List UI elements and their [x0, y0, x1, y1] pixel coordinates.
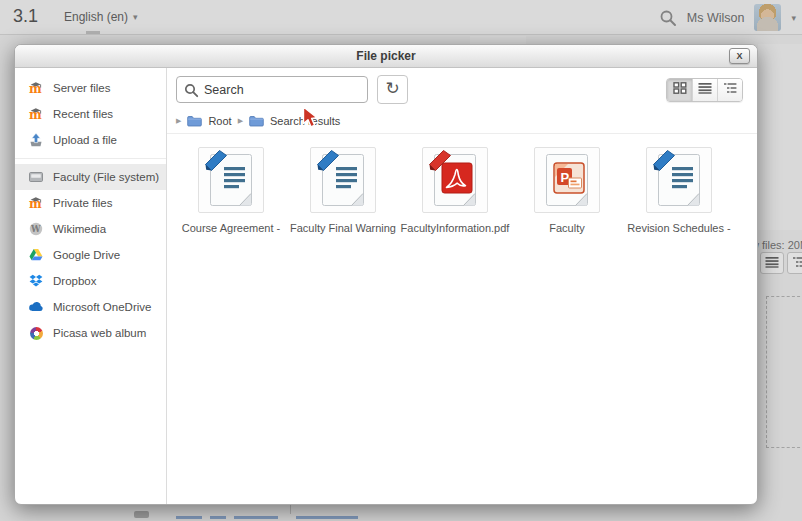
background-fragment	[290, 505, 291, 514]
file-name: Revision Schedules -	[627, 222, 730, 234]
sidebar-item-label: Recent files	[53, 108, 113, 120]
background-fragment	[86, 31, 100, 34]
icons-view-icon	[673, 82, 687, 97]
background-drop-area	[766, 296, 802, 448]
file-name: FacultyInformation.pdf	[401, 222, 510, 234]
wikimedia-icon: W	[28, 221, 44, 237]
list-view-icon	[765, 254, 779, 272]
background-fragment	[176, 516, 202, 519]
folder-icon	[249, 115, 264, 127]
list-view-icon	[698, 82, 712, 97]
search-icon[interactable]	[659, 9, 677, 27]
background-fragment	[134, 511, 149, 518]
file-item[interactable]: FacultyInformation.pdf	[399, 147, 511, 234]
refresh-button[interactable]: ↻	[377, 75, 408, 104]
background-fragment	[210, 516, 226, 519]
folder-icon	[187, 115, 202, 127]
sidebar-item-label: Server files	[53, 82, 111, 94]
sidebar-item-label: Picasa web album	[53, 327, 146, 339]
tree-view-icon	[723, 82, 737, 97]
file-grid: Course Agreement - Faculty Final Warning…	[167, 134, 757, 234]
search-input[interactable]	[177, 77, 367, 102]
moodle-icon: m	[28, 106, 44, 122]
sidebar-item-label: Private files	[53, 197, 112, 209]
sidebar-item-picasa-web-album[interactable]: Picasa web album	[15, 320, 166, 346]
file-name: Faculty Final Warning	[290, 222, 396, 234]
breadcrumb-arrow-icon: ▶	[238, 117, 243, 125]
file-name: Faculty	[549, 222, 584, 234]
pdf-file-icon	[422, 147, 488, 213]
file-item[interactable]: P Faculty	[511, 147, 623, 234]
view-toggle-group	[666, 78, 743, 102]
breadcrumb-item[interactable]: Root	[208, 115, 231, 127]
upload-icon	[28, 132, 44, 148]
file-picker-main: ↻ ▶ Root▶ Search results Course Agr	[167, 68, 757, 504]
view-list-button[interactable]	[692, 79, 717, 101]
background-form-area	[758, 44, 802, 230]
moodle-icon: m	[28, 195, 44, 211]
breadcrumb-arrow-icon: ▶	[176, 117, 181, 125]
file-item[interactable]: Revision Schedules -	[623, 147, 735, 234]
sidebar-item-microsoft-onedrive[interactable]: Microsoft OneDrive	[15, 294, 166, 320]
dialog-title: File picker	[356, 49, 415, 63]
sidebar-item-faculty-file-system[interactable]: Faculty (File system)	[15, 164, 166, 190]
sidebar-item-label: Google Drive	[53, 249, 120, 261]
chevron-down-icon[interactable]: ▾	[791, 13, 796, 23]
sidebar-item-upload-a-file[interactable]: Upload a file	[15, 127, 166, 153]
sidebar-item-server-files[interactable]: m Server files	[15, 75, 166, 101]
moodle-icon: m	[28, 80, 44, 96]
background-fragment	[234, 516, 278, 519]
sidebar-item-recent-files[interactable]: m Recent files	[15, 101, 166, 127]
doc-file-icon	[310, 147, 376, 213]
refresh-icon: ↻	[385, 78, 399, 99]
language-menu[interactable]: English (en) ▾	[64, 10, 138, 24]
doc-file-icon	[646, 147, 712, 213]
onedrive-icon	[28, 299, 44, 315]
view-icons-button[interactable]	[667, 79, 692, 101]
background-max-size-text: w files: 20MB	[751, 239, 802, 251]
sidebar-item-dropbox[interactable]: Dropbox	[15, 268, 166, 294]
view-tree-button[interactable]	[717, 79, 742, 101]
sidebar-item-private-files[interactable]: m Private files	[15, 190, 166, 216]
dropbox-icon	[28, 273, 44, 289]
filesystem-icon	[28, 169, 44, 185]
background-fragment	[470, 36, 526, 44]
dialog-titlebar[interactable]: File picker X	[15, 45, 757, 68]
top-navbar: 3.1 English (en) ▾ Ms Wilson ▾	[0, 0, 802, 35]
googledrive-icon	[28, 247, 44, 263]
background-view-tree-button[interactable]	[787, 252, 802, 274]
ppt-file-icon: P	[534, 147, 600, 213]
file-picker-toolbar: ↻	[167, 68, 757, 109]
file-name: Course Agreement -	[182, 222, 280, 234]
repository-list: m Server files m Recent files Upload a f…	[15, 68, 167, 504]
sidebar-item-label: Upload a file	[53, 134, 117, 146]
sidebar-divider	[15, 158, 166, 159]
sidebar-item-label: Dropbox	[53, 275, 96, 287]
breadcrumb: ▶ Root▶ Search results	[167, 109, 757, 134]
breadcrumb-item[interactable]: Search results	[270, 115, 340, 127]
dialog-body: m Server files m Recent files Upload a f…	[15, 68, 757, 504]
search-box	[176, 76, 368, 103]
background-fragment	[296, 516, 358, 519]
topbar-user-area: Ms Wilson ▾	[659, 0, 796, 35]
chevron-down-icon: ▾	[133, 12, 138, 22]
sidebar-item-label: Wikimedia	[53, 223, 106, 235]
sidebar-item-label: Faculty (File system)	[53, 171, 159, 183]
tree-view-icon	[792, 254, 802, 272]
background-view-list-button[interactable]	[760, 252, 784, 274]
file-picker-dialog: File picker X m Server files m Recent fi…	[14, 44, 758, 505]
sidebar-item-wikimedia[interactable]: W Wikimedia	[15, 216, 166, 242]
file-item[interactable]: Faculty Final Warning	[287, 147, 399, 234]
sidebar-item-label: Microsoft OneDrive	[53, 301, 151, 313]
svg-text:W: W	[30, 224, 41, 234]
sidebar-item-google-drive[interactable]: Google Drive	[15, 242, 166, 268]
avatar[interactable]	[754, 4, 781, 31]
close-button[interactable]: X	[729, 48, 750, 64]
doc-file-icon	[198, 147, 264, 213]
file-item[interactable]: Course Agreement -	[175, 147, 287, 234]
user-name[interactable]: Ms Wilson	[687, 11, 745, 25]
site-logo: 3.1	[13, 6, 38, 27]
language-label: English (en)	[64, 10, 128, 24]
picasa-icon	[28, 325, 44, 341]
